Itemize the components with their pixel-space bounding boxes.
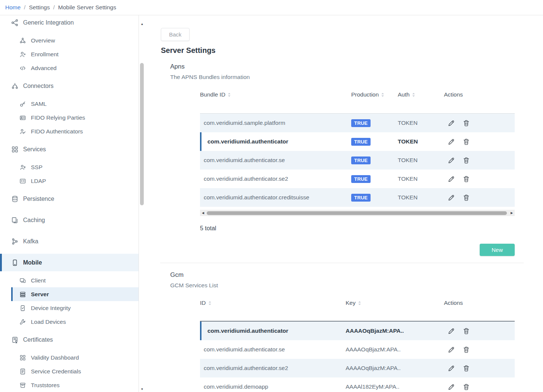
sidebar-item-service-credentials[interactable]: Service Credentials xyxy=(0,364,139,378)
table-row[interactable]: com.veridiumid.authenticator.se AAAAOqBj… xyxy=(200,340,515,359)
sidebar-item-mobile[interactable]: Mobile xyxy=(0,254,139,271)
column-header-actions: Actions xyxy=(439,298,515,307)
delete-button[interactable] xyxy=(463,138,470,145)
sort-icon[interactable] xyxy=(358,301,361,306)
sidebar-item-label: Connectors xyxy=(23,83,54,89)
sidebar-item-server[interactable]: Server xyxy=(0,287,139,301)
sort-icon[interactable] xyxy=(228,92,231,97)
delete-button[interactable] xyxy=(463,194,470,201)
sidebar-item-ldap[interactable]: LDAP xyxy=(0,174,139,188)
edit-button[interactable] xyxy=(448,120,455,127)
sidebar-item-ssp[interactable]: SSP xyxy=(0,160,139,174)
breadcrumb: Home / Settings / Mobile Server Settings xyxy=(0,0,543,15)
sidebar-item-validity-dashboard[interactable]: Validity Dashboard xyxy=(0,351,139,364)
column-header-actions: Actions xyxy=(439,90,515,99)
pencil-icon xyxy=(448,346,455,353)
new-button[interactable]: New xyxy=(480,244,515,256)
trash-icon xyxy=(463,383,470,391)
sidebar-item-device-integrity[interactable]: Device Integrity xyxy=(0,301,139,315)
sidebar-item-connectors[interactable]: Connectors xyxy=(0,77,139,95)
edit-button[interactable] xyxy=(448,157,455,164)
sidebar-item-caching[interactable]: Caching xyxy=(0,211,139,229)
sidebar-item-enrollment[interactable]: Enrollment xyxy=(0,47,139,61)
scrollbar-thumb[interactable] xyxy=(140,63,144,205)
table-row-selected[interactable]: com.veridiumid.authenticator TRUE TOKEN xyxy=(200,132,515,151)
table-row[interactable]: com.veridiumid.authenticator.se2 TRUE TO… xyxy=(200,170,515,188)
delete-button[interactable] xyxy=(463,383,470,391)
sidebar-item-saml[interactable]: SAML xyxy=(0,97,139,111)
table-row[interactable]: com.veridiumid.demoapp AAAAl182EyM:APA.. xyxy=(200,377,515,392)
column-header-bundle-id[interactable]: Bundle ID xyxy=(200,90,346,99)
sidebar-item-overview[interactable]: Overview xyxy=(0,34,139,47)
edit-button[interactable] xyxy=(448,365,455,372)
sort-icon[interactable] xyxy=(208,301,212,306)
scrollbar-track[interactable] xyxy=(206,210,509,216)
sidebar-scrollbar[interactable]: ▲ ▼ xyxy=(139,15,145,392)
bundle-id-cell: com.veridiumid.authenticator.se2 xyxy=(200,176,346,182)
column-header-key[interactable]: Key xyxy=(343,298,439,307)
edit-button[interactable] xyxy=(448,346,455,353)
production-badge: TRUE xyxy=(351,119,371,127)
scrollbar-thumb[interactable] xyxy=(207,211,507,215)
actions-cell xyxy=(439,176,515,183)
dashboard-icon xyxy=(19,354,26,361)
sidebar-item-label: LDAP xyxy=(31,178,46,184)
pencil-icon xyxy=(448,176,455,183)
column-header-auth[interactable]: Auth xyxy=(393,90,439,99)
edit-button[interactable] xyxy=(448,383,455,391)
sidebar-item-generic-integration[interactable]: Generic Integration xyxy=(0,15,139,31)
edit-button[interactable] xyxy=(448,328,455,335)
sort-icon[interactable] xyxy=(412,92,415,97)
gcm-table-header: ID Key Actions xyxy=(200,298,515,322)
delete-button[interactable] xyxy=(463,365,470,372)
sidebar-item-label: Persistence xyxy=(23,196,54,202)
sidebar-item-truststores[interactable]: Truststores xyxy=(0,378,139,392)
edit-button[interactable] xyxy=(448,176,455,183)
delete-button[interactable] xyxy=(463,120,470,127)
production-cell: TRUE xyxy=(346,157,393,164)
back-button[interactable]: Back xyxy=(161,28,190,41)
table-row[interactable]: com.veridiumid.authenticator.se2 AAAAOqB… xyxy=(200,359,515,377)
sidebar-item-persistence[interactable]: Persistence xyxy=(0,190,139,208)
scroll-left-arrow[interactable]: ◀ xyxy=(200,211,206,215)
phone-icon xyxy=(11,259,19,266)
delete-button[interactable] xyxy=(463,328,470,335)
table-row[interactable]: com.veridiumid.authenticator.se TRUE TOK… xyxy=(200,151,515,170)
delete-button[interactable] xyxy=(463,176,470,183)
column-header-production[interactable]: Production xyxy=(346,90,393,99)
sidebar-item-label: Advanced xyxy=(31,65,57,72)
sort-icon[interactable] xyxy=(381,92,384,97)
table-row-selected[interactable]: com.veridiumid.authenticator AAAAOqBjazM… xyxy=(200,322,515,340)
edit-button[interactable] xyxy=(448,194,455,201)
sidebar-item-services[interactable]: Services xyxy=(0,140,139,158)
address-book-icon xyxy=(19,178,26,184)
column-header-id[interactable]: ID xyxy=(200,298,343,307)
edit-button[interactable] xyxy=(448,138,455,145)
breadcrumb-settings-link[interactable]: Settings xyxy=(29,4,50,11)
production-badge: TRUE xyxy=(351,157,371,164)
scroll-right-arrow[interactable]: ▶ xyxy=(509,211,515,215)
auth-cell: TOKEN xyxy=(393,157,439,164)
breadcrumb-home-link[interactable]: Home xyxy=(5,4,20,11)
table-row[interactable]: com.veridiumid.authenticator.creditsuiss… xyxy=(200,188,515,207)
trash-icon xyxy=(463,365,470,372)
sidebar-item-certificates[interactable]: Certificates xyxy=(0,331,139,348)
horizontal-scrollbar[interactable]: ◀ ▶ xyxy=(200,210,515,216)
sidebar-item-fido-authenticators[interactable]: FIDO Authenticators xyxy=(0,124,139,138)
sidebar-item-load-devices[interactable]: Load Devices xyxy=(0,315,139,329)
scroll-down-arrow[interactable]: ▼ xyxy=(139,388,145,391)
key-icon xyxy=(19,101,26,107)
apns-section-title: Apns xyxy=(170,63,543,70)
delete-button[interactable] xyxy=(463,157,470,164)
table-row[interactable]: com.veridiumid.sample.platform TRUE TOKE… xyxy=(200,114,515,132)
delete-button[interactable] xyxy=(463,346,470,353)
sidebar-item-fido-relying-parties[interactable]: FIDO Relying Parties xyxy=(0,111,139,124)
sidebar-item-label: FIDO Authenticators xyxy=(31,128,83,135)
sidebar-item-advanced[interactable]: Advanced xyxy=(0,61,139,75)
actions-cell xyxy=(439,157,515,164)
id-card-icon xyxy=(19,114,26,121)
scroll-up-arrow[interactable]: ▲ xyxy=(139,22,145,26)
sidebar-item-client[interactable]: Client xyxy=(0,274,139,287)
sidebar-item-label: Caching xyxy=(23,217,45,224)
sidebar-item-kafka[interactable]: Kafka xyxy=(0,233,139,250)
